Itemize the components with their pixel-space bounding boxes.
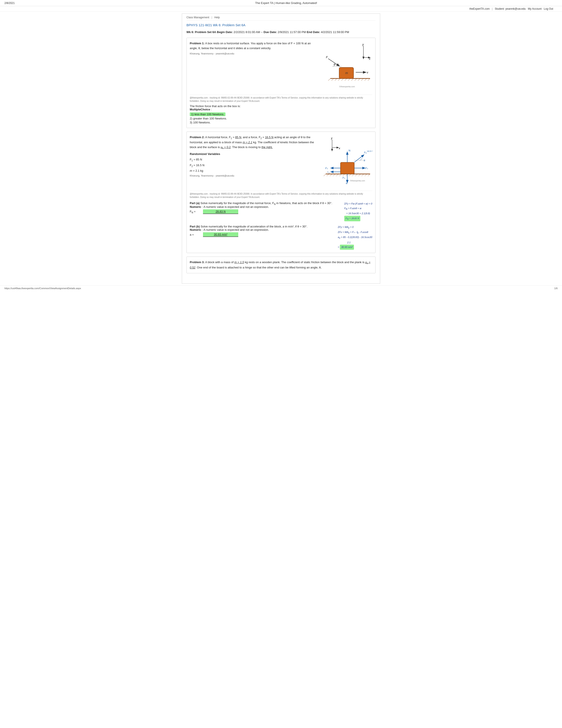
p2-fn-answer[interactable]: 28.83 N — [203, 209, 238, 214]
svg-line-44 — [362, 174, 364, 176]
svg-text:x: x — [339, 147, 340, 150]
p2-tracking: @theexpertta.com - tracking id: 9W65-02-… — [190, 191, 372, 199]
hw-line-1: ΣFy = Fw-(F₂sinθ + w) = 0 — [344, 201, 372, 206]
problem-3-box: Problem 3: A block with a mass of m = 1.… — [186, 257, 376, 273]
nav-sep1: | — [492, 7, 493, 10]
svg-text:μ: μ — [342, 176, 344, 179]
svg-line-45 — [365, 174, 367, 176]
svg-text:θ: θ — [334, 63, 335, 66]
p1-choice-2[interactable]: 2) greater than 100 Newtons. — [190, 117, 372, 120]
class-nav: Class Management | Help — [186, 16, 376, 20]
p1-text: A box rests on a horizontal surface. You… — [190, 42, 311, 50]
due-date: 2/9/2021 11:57:00 PM — [278, 30, 306, 34]
my-account-link[interactable]: My Account — [528, 7, 542, 10]
svg-text:y: y — [362, 43, 364, 46]
p1-choices: 1) less than 100 Newtons. 2) greater tha… — [190, 112, 372, 124]
svg-line-33 — [327, 174, 329, 176]
hw-b-line-3: ax = 85 - 0.2(28.83) - 16.5cos30 — [338, 235, 372, 240]
p1-label: Problem 1: — [190, 42, 205, 45]
footer-url: https://ust49wa.theexpertta.com/Common/V… — [4, 287, 81, 290]
p1-choice-3[interactable]: 3) 100 Newtons. — [190, 121, 372, 124]
svg-line-43 — [359, 174, 361, 176]
problem-2-box: y x — [186, 132, 376, 253]
p2-part-b-text: Solve numerically for the magnitude of a… — [201, 225, 307, 228]
site-link[interactable]: theExpertTA.com — [469, 7, 490, 10]
due-label: Due Date: — [264, 30, 277, 34]
wk-label: Wk 6: Problem Set 6A — [186, 30, 216, 34]
svg-line-34 — [330, 174, 332, 176]
dash: -- — [261, 30, 263, 34]
p2-part-a-label: Part (a) — [190, 201, 200, 205]
hw-b-line-1: ΣFy = MAy = 0 — [338, 225, 372, 230]
svg-text:N: N — [348, 149, 350, 152]
p2-a-var: a = — [190, 233, 201, 236]
p1-choice-selected: 1) less than 100 Newtons. — [190, 112, 225, 116]
browser-date: 2/8/2021 — [4, 2, 15, 5]
svg-text:16.5 N: 16.5 N — [367, 150, 372, 152]
p2-part-b-label: Part (b) — [190, 225, 200, 228]
class-management-link[interactable]: Class Management — [186, 16, 209, 19]
hw-b-line-4: 2.1 — [338, 240, 372, 245]
svg-text:F: F — [326, 56, 328, 59]
p2-part-a-numeric: Numeric : A numeric value is expected an… — [190, 205, 269, 209]
p2-part-b-numeric: Numeric : A numeric value is expected an… — [190, 228, 269, 231]
svg-text:y: y — [331, 137, 333, 140]
p1-choice-1[interactable]: 1) less than 100 Newtons. — [190, 112, 372, 116]
svg-line-32 — [324, 174, 326, 176]
logout-link[interactable]: Log Out — [544, 7, 553, 10]
svg-line-54 — [354, 155, 364, 162]
hw-b-line-5: = 30.93 m/s² — [338, 245, 372, 250]
p3-label: Problem 3: — [190, 261, 205, 264]
svg-text:k: k — [344, 177, 345, 179]
p3-text: A block with a mass of m = 1.5 kg rests … — [190, 261, 370, 269]
svg-line-36 — [336, 174, 339, 176]
problem-1-diagram: y x — [322, 41, 372, 89]
student-label: Student: yeanmk@uw.edu — [495, 7, 526, 10]
help-link[interactable]: Help — [214, 16, 220, 19]
p1-tracking: @theexpertta.com - tracking id: 9W65-02-… — [190, 95, 372, 103]
svg-text:©theexpertta.com: ©theexpertta.com — [339, 86, 355, 88]
svg-line-5 — [328, 78, 330, 81]
svg-rect-47 — [341, 162, 354, 174]
p2-part-b-answer-row: a = 30.93 m/s² — [190, 232, 333, 237]
hw-line-4: FN = 28.83 N — [344, 216, 360, 221]
p2-part-b-handwritten: ΣFy = MAy = 0 ΣFx = MAx = F₁ - fk - F₂co… — [338, 225, 372, 250]
p1-question-type: MultipleChoice — [190, 108, 210, 111]
footer-page: 1/6 — [554, 287, 558, 290]
end-label: End Date: — [307, 30, 320, 34]
page-wrapper: Class Management | Help BPHYS 121-W21 Wk… — [182, 13, 380, 284]
svg-line-35 — [333, 174, 335, 176]
browser-bar: 2/8/2021 The Expert TA | Human-like Grad… — [0, 0, 562, 6]
top-nav: theExpertTA.com | Student: yeanmk@uw.edu… — [0, 6, 562, 12]
svg-text:w: w — [346, 182, 348, 184]
p2-part-a-text: Solve numerically for the magnitude of t… — [200, 201, 332, 205]
assignment-header: Wk 6: Problem Set 6A Begin Date: 2/2/202… — [186, 30, 376, 35]
p2-part-a-content: ΣFy = Fw-(F₂sinθ + w) = 0 FN = F₂sinθ + … — [190, 201, 372, 221]
svg-text:F₂: F₂ — [364, 151, 366, 154]
svg-text:m: m — [345, 71, 348, 75]
problem-1-figure: y x — [322, 41, 372, 90]
p2-fn-var: FN = — [190, 210, 201, 214]
problem-2-figure: y x — [319, 135, 372, 186]
problem-3-text: Problem 3: A block with a mass of m = 1.… — [190, 260, 372, 270]
hw-line-2: FN = F₂sinθ + w — [344, 206, 372, 211]
svg-line-38 — [343, 174, 345, 176]
hw-line-3: = 16.5sin30 + 2.1(9.8) — [344, 211, 372, 216]
hw-b-line-2: ΣFx = MAx = F₁ - fk - F₂cosθ — [338, 230, 372, 235]
p2-a-answer[interactable]: 30.93 m/s² — [203, 232, 238, 237]
footer-bar: https://ust49wa.theexpertta.com/Common/V… — [0, 285, 562, 291]
begin-label: Begin Date: — [217, 30, 234, 34]
p1-prompt-text: The friction force that acts on the box … — [190, 104, 241, 108]
browser-title: The Expert TA | Human-like Grading, Auto… — [255, 1, 317, 5]
p2-part-a: ΣFy = Fw-(F₂sinθ + w) = 0 FN = F₂sinθ + … — [190, 201, 372, 221]
p1-colon: : — [211, 108, 212, 111]
begin-date: 2/2/2021 8:01:00 AM — [234, 30, 260, 34]
p2-label: Problem 2: — [190, 136, 205, 139]
svg-line-40 — [349, 174, 351, 176]
svg-text:©theexpertta.com: ©theexpertta.com — [350, 180, 365, 182]
class-nav-sep: | — [211, 16, 212, 19]
svg-line-39 — [346, 174, 348, 176]
course-title[interactable]: BPHYS 121-W21 Wk 6: Problem Set 6A — [186, 23, 376, 27]
svg-text:v: v — [367, 71, 368, 74]
svg-text:F₁: F₁ — [325, 167, 328, 169]
